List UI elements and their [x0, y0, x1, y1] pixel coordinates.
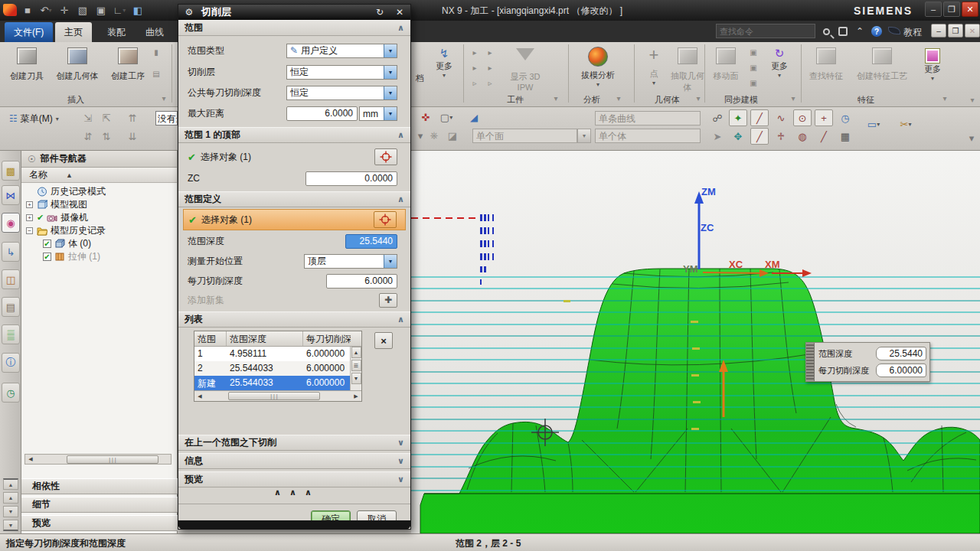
scrollbar-thumb[interactable]: | | |: [228, 392, 320, 400]
tree-item-model-views[interactable]: + 模型视图: [26, 198, 177, 211]
create-feature-process-button[interactable]: 创建特征工艺: [851, 45, 913, 82]
feature-group-dialog-icon[interactable]: ▾: [939, 93, 951, 103]
checkbox-checked-icon[interactable]: ✔: [43, 253, 51, 261]
snap-grid-icon[interactable]: ▦: [836, 128, 854, 145]
save-icon[interactable]: ■: [20, 2, 35, 18]
sync-more-button[interactable]: ↻ 更多 ▾: [764, 47, 795, 79]
tab-curve[interactable]: 曲线: [136, 22, 173, 42]
graphics-viewport[interactable]: ZM ZC YM XC XM 范围深度 25.5440 每刀切削深度 6.000…: [411, 151, 980, 533]
draft-analysis-button[interactable]: 拔模分析 ▾: [573, 45, 623, 88]
workpiece-icon-2[interactable]: ▸: [484, 47, 496, 57]
move-face-button[interactable]: 移动面: [706, 45, 746, 82]
tab-home[interactable]: 主页: [55, 22, 92, 42]
undo-icon[interactable]: ↶▾: [38, 2, 54, 18]
dialog-title-bar[interactable]: ⚙ 切削层 ↻ ✕: [178, 5, 410, 20]
doc-restore-button[interactable]: ❐: [948, 24, 963, 37]
help-icon[interactable]: ?: [870, 24, 884, 38]
assembly-navigator-icon[interactable]: ▩: [2, 161, 20, 181]
create-geometry-button[interactable]: 创建几何体: [54, 45, 101, 82]
tree-item-model-history[interactable]: − 模型历史记录: [26, 224, 177, 237]
extract-geometry-button[interactable]: 抽取几何体: [668, 45, 707, 93]
dialog-close-icon[interactable]: ✕: [392, 6, 407, 18]
list-options-icon[interactable]: ☰: [351, 360, 361, 371]
dimension-filter-icon-6[interactable]: ⇊: [124, 129, 141, 144]
common-depth-dropdown[interactable]: 恒定 ▼: [286, 86, 397, 100]
onscreen-input-panel[interactable]: 范围深度 25.5440 每刀切削深度 6.00000: [805, 342, 930, 382]
range-depth-input[interactable]: 25.5440: [345, 234, 397, 249]
select-object-row-2[interactable]: ✔ 选择对象 (1): [183, 209, 406, 230]
cut-icon[interactable]: ✛: [57, 2, 72, 18]
find-command-input[interactable]: [716, 24, 815, 38]
section-range-definition[interactable]: 范围定义: [178, 191, 410, 207]
dimension-filter-icon-2[interactable]: ⇱: [98, 110, 115, 126]
scroll-bottom-icon[interactable]: ▼: [3, 520, 18, 531]
section-cut-below-range[interactable]: 在上一个范围之下切削: [178, 435, 410, 451]
more-button-left[interactable]: ↯ 更多 ▾: [429, 47, 459, 79]
help-info-icon[interactable]: ⓘ: [2, 353, 20, 373]
toolbar-overflow-icon[interactable]: ▾: [963, 130, 980, 145]
single-body-dropdown[interactable]: 单个体: [595, 129, 701, 143]
section-list[interactable]: 列表: [178, 311, 410, 328]
analysis-group-dialog-icon[interactable]: ▾: [612, 93, 625, 103]
section-range1-top[interactable]: 范围 1 的顶部: [178, 127, 410, 143]
snap-intersection-icon[interactable]: +: [815, 109, 833, 126]
remove-row-button[interactable]: ×: [374, 332, 393, 349]
snap-slash-icon[interactable]: ╱: [815, 128, 833, 145]
snap-arrow-icon[interactable]: ➤: [708, 128, 727, 145]
depth-per-cut-input[interactable]: 6.00000: [876, 364, 926, 377]
create-operation-button[interactable]: 创建工序: [104, 45, 152, 82]
snap-point-icon[interactable]: ✦: [729, 109, 747, 126]
sync-extra-icon-3[interactable]: ▣: [747, 77, 760, 88]
table-row[interactable]: 2 25.544033 6.000000: [194, 361, 361, 376]
snap-endpoint-icon[interactable]: ╱: [750, 109, 769, 126]
table-horizontal-scrollbar[interactable]: ◀ | | | ▶: [194, 390, 361, 401]
collapse-dialog-chevrons[interactable]: ∧ ∧ ∧: [178, 487, 410, 497]
face-cube-icon[interactable]: ◪: [444, 128, 461, 143]
workpiece-icon-5[interactable]: ▹: [469, 77, 481, 88]
selection-filter-box[interactable]: 没有选择过滤器: [155, 111, 178, 126]
section-range[interactable]: 范围: [178, 20, 410, 36]
snap-move-icon[interactable]: ✥: [729, 128, 747, 145]
insert-extra-icon-1[interactable]: ▮: [150, 47, 162, 57]
web-browser-icon[interactable]: ◷: [2, 383, 20, 403]
navigator-pin-icon[interactable]: ☉: [28, 154, 36, 165]
snap-tree-icon[interactable]: ☍: [708, 109, 727, 126]
cut-levels-dropdown[interactable]: 恒定 ▼: [286, 65, 397, 80]
window-icon[interactable]: ◧: [130, 2, 145, 18]
scroll-top-icon[interactable]: ▲: [3, 478, 18, 490]
scroll-down-icon[interactable]: ▼: [351, 373, 361, 384]
operation-navigator-icon[interactable]: ↳: [2, 242, 20, 262]
insert-group-dialog-icon[interactable]: ▾: [158, 93, 170, 103]
navigator-column-header[interactable]: 名称 ▲: [21, 168, 177, 183]
col-range-depth[interactable]: 范围深度: [227, 331, 303, 346]
sync-extra-icon-2[interactable]: ▣: [747, 62, 760, 73]
sync-extra-icon-1[interactable]: ▣: [747, 47, 760, 57]
scroll-up-icon[interactable]: ▲: [351, 347, 361, 358]
orient-view-icon[interactable]: ✜: [417, 109, 434, 125]
dependencies-panel-bar[interactable]: 相依性: [21, 478, 178, 494]
show-3d-ipw-button[interactable]: 显示 3D IPW: [498, 45, 553, 92]
snap-midpoint-icon[interactable]: ╱: [750, 128, 769, 145]
tutorial-link[interactable]: 教程: [903, 26, 922, 39]
reuse-library-icon[interactable]: ▒: [2, 324, 20, 344]
checkbox-checked-icon[interactable]: ✔: [43, 240, 51, 248]
workpiece-icon-1[interactable]: ▸: [469, 47, 481, 57]
measure-start-dropdown[interactable]: 顶层 ▼: [304, 254, 397, 269]
scrollbar-thumb[interactable]: | | |: [67, 455, 158, 464]
minimize-ribbon-icon[interactable]: ⌃: [853, 24, 867, 38]
scroll-left-icon[interactable]: ◀: [194, 392, 205, 401]
constraint-navigator-icon[interactable]: ⋈: [2, 185, 20, 205]
find-feature-button[interactable]: 查找特征: [804, 45, 848, 82]
corner-tool-icon[interactable]: ∟▾: [112, 2, 127, 18]
doc-close-button[interactable]: ✕: [965, 24, 980, 37]
create-tool-button[interactable]: 创建刀具: [3, 45, 51, 82]
range-depth-input[interactable]: 25.5440: [876, 347, 926, 360]
workpiece-group-dialog-icon[interactable]: ▾: [550, 93, 562, 103]
feature-more-button[interactable]: 更多 ▾: [917, 45, 948, 82]
part-navigator-icon[interactable]: ◉: [2, 213, 20, 233]
preview-panel-bar[interactable]: 预览: [21, 515, 178, 531]
expand-icon[interactable]: +: [26, 201, 33, 208]
window-dropdown-icon[interactable]: ▭▾: [865, 116, 882, 132]
snap-center-icon[interactable]: ⊙: [793, 109, 812, 126]
ribbon-overflow-icon[interactable]: ▾: [966, 94, 978, 105]
